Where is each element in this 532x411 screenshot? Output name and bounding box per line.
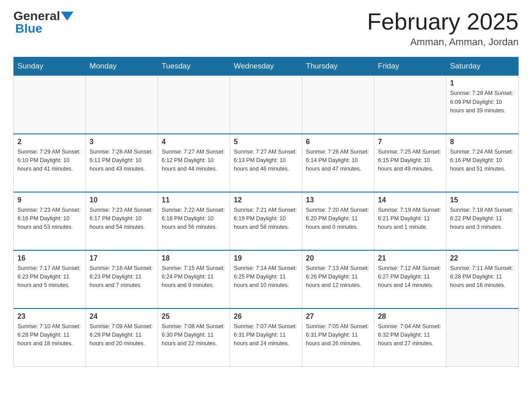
day-number: 4: [162, 138, 226, 146]
table-row: 7Sunrise: 7:25 AM Sunset: 6:15 PM Daylig…: [374, 134, 446, 192]
table-row: 3Sunrise: 7:28 AM Sunset: 6:11 PM Daylig…: [86, 134, 158, 192]
day-info: Sunrise: 7:25 AM Sunset: 6:15 PM Dayligh…: [378, 148, 442, 174]
col-wednesday: Wednesday: [230, 57, 302, 76]
day-number: 14: [378, 196, 442, 204]
table-row: 24Sunrise: 7:09 AM Sunset: 6:29 PM Dayli…: [86, 308, 158, 367]
day-number: 5: [234, 138, 298, 146]
table-row: 8Sunrise: 7:24 AM Sunset: 6:16 PM Daylig…: [446, 134, 519, 192]
table-row: 4Sunrise: 7:27 AM Sunset: 6:12 PM Daylig…: [158, 134, 230, 192]
calendar-table: Sunday Monday Tuesday Wednesday Thursday…: [13, 57, 519, 367]
day-number: 22: [450, 254, 515, 262]
day-number: 28: [378, 313, 442, 321]
day-info: Sunrise: 7:27 AM Sunset: 6:13 PM Dayligh…: [234, 148, 298, 174]
col-thursday: Thursday: [302, 57, 374, 76]
day-info: Sunrise: 7:29 AM Sunset: 6:10 PM Dayligh…: [17, 148, 82, 174]
month-title: February 2025: [367, 9, 519, 34]
day-number: 15: [450, 196, 515, 204]
day-info: Sunrise: 7:27 AM Sunset: 6:12 PM Dayligh…: [162, 148, 226, 174]
day-number: 12: [234, 196, 298, 204]
table-row: [14, 76, 86, 134]
calendar-week-4: 16Sunrise: 7:17 AM Sunset: 6:23 PM Dayli…: [14, 250, 519, 308]
col-monday: Monday: [86, 57, 158, 76]
day-info: Sunrise: 7:28 AM Sunset: 6:11 PM Dayligh…: [90, 148, 154, 174]
day-number: 1: [450, 79, 515, 87]
col-tuesday: Tuesday: [158, 57, 230, 76]
table-row: 28Sunrise: 7:04 AM Sunset: 6:32 PM Dayli…: [374, 308, 446, 367]
logo-blue-text: Blue: [15, 21, 43, 36]
day-number: 13: [306, 196, 370, 204]
table-row: 22Sunrise: 7:11 AM Sunset: 6:28 PM Dayli…: [446, 250, 519, 308]
table-row: 6Sunrise: 7:26 AM Sunset: 6:14 PM Daylig…: [302, 134, 374, 192]
day-info: Sunrise: 7:29 AM Sunset: 6:09 PM Dayligh…: [450, 89, 515, 115]
table-row: [302, 76, 374, 134]
table-row: 14Sunrise: 7:19 AM Sunset: 6:21 PM Dayli…: [374, 192, 446, 250]
day-number: 11: [162, 196, 226, 204]
day-number: 27: [306, 313, 370, 321]
day-info: Sunrise: 7:08 AM Sunset: 6:30 PM Dayligh…: [162, 322, 226, 348]
table-row: [230, 76, 302, 134]
day-info: Sunrise: 7:23 AM Sunset: 6:16 PM Dayligh…: [17, 206, 82, 232]
day-info: Sunrise: 7:23 AM Sunset: 6:17 PM Dayligh…: [90, 206, 154, 232]
table-row: 26Sunrise: 7:07 AM Sunset: 6:31 PM Dayli…: [230, 308, 302, 367]
day-info: Sunrise: 7:18 AM Sunset: 6:22 PM Dayligh…: [450, 206, 515, 232]
day-info: Sunrise: 7:04 AM Sunset: 6:32 PM Dayligh…: [378, 322, 442, 348]
calendar-header-row: Sunday Monday Tuesday Wednesday Thursday…: [14, 57, 519, 76]
table-row: 9Sunrise: 7:23 AM Sunset: 6:16 PM Daylig…: [14, 192, 86, 250]
col-friday: Friday: [374, 57, 446, 76]
day-info: Sunrise: 7:12 AM Sunset: 6:27 PM Dayligh…: [378, 264, 442, 290]
day-number: 17: [90, 254, 154, 262]
day-number: 6: [306, 138, 370, 146]
table-row: 11Sunrise: 7:22 AM Sunset: 6:18 PM Dayli…: [158, 192, 230, 250]
day-number: 3: [90, 138, 154, 146]
table-row: 23Sunrise: 7:10 AM Sunset: 6:28 PM Dayli…: [14, 308, 86, 367]
table-row: 2Sunrise: 7:29 AM Sunset: 6:10 PM Daylig…: [14, 134, 86, 192]
day-number: 18: [162, 254, 226, 262]
table-row: 13Sunrise: 7:20 AM Sunset: 6:20 PM Dayli…: [302, 192, 374, 250]
day-info: Sunrise: 7:09 AM Sunset: 6:29 PM Dayligh…: [90, 322, 154, 348]
table-row: [158, 76, 230, 134]
day-number: 9: [17, 196, 82, 204]
calendar-week-2: 2Sunrise: 7:29 AM Sunset: 6:10 PM Daylig…: [14, 134, 519, 192]
title-section: February 2025 Amman, Amman, Jordan: [367, 9, 519, 48]
day-info: Sunrise: 7:13 AM Sunset: 6:26 PM Dayligh…: [306, 264, 370, 290]
table-row: 17Sunrise: 7:16 AM Sunset: 6:23 PM Dayli…: [86, 250, 158, 308]
day-info: Sunrise: 7:20 AM Sunset: 6:20 PM Dayligh…: [306, 206, 370, 232]
day-info: Sunrise: 7:22 AM Sunset: 6:18 PM Dayligh…: [162, 206, 226, 232]
day-info: Sunrise: 7:10 AM Sunset: 6:28 PM Dayligh…: [17, 322, 82, 348]
day-info: Sunrise: 7:07 AM Sunset: 6:31 PM Dayligh…: [234, 322, 298, 348]
day-number: 7: [378, 138, 442, 146]
day-info: Sunrise: 7:19 AM Sunset: 6:21 PM Dayligh…: [378, 206, 442, 232]
logo: General Blue: [13, 9, 74, 36]
logo-triangle-icon: [61, 12, 73, 21]
day-number: 8: [450, 138, 515, 146]
day-number: 26: [234, 313, 298, 321]
table-row: 12Sunrise: 7:21 AM Sunset: 6:19 PM Dayli…: [230, 192, 302, 250]
day-number: 19: [234, 254, 298, 262]
page-header: General Blue February 2025 Amman, Amman,…: [13, 9, 519, 48]
table-row: 27Sunrise: 7:05 AM Sunset: 6:31 PM Dayli…: [302, 308, 374, 367]
day-info: Sunrise: 7:16 AM Sunset: 6:23 PM Dayligh…: [90, 264, 154, 290]
table-row: 5Sunrise: 7:27 AM Sunset: 6:13 PM Daylig…: [230, 134, 302, 192]
day-info: Sunrise: 7:11 AM Sunset: 6:28 PM Dayligh…: [450, 264, 515, 290]
table-row: 10Sunrise: 7:23 AM Sunset: 6:17 PM Dayli…: [86, 192, 158, 250]
day-number: 25: [162, 313, 226, 321]
table-row: 1Sunrise: 7:29 AM Sunset: 6:09 PM Daylig…: [446, 76, 519, 134]
table-row: 25Sunrise: 7:08 AM Sunset: 6:30 PM Dayli…: [158, 308, 230, 367]
col-saturday: Saturday: [446, 57, 519, 76]
calendar-week-3: 9Sunrise: 7:23 AM Sunset: 6:16 PM Daylig…: [14, 192, 519, 250]
table-row: 16Sunrise: 7:17 AM Sunset: 6:23 PM Dayli…: [14, 250, 86, 308]
table-row: 20Sunrise: 7:13 AM Sunset: 6:26 PM Dayli…: [302, 250, 374, 308]
day-info: Sunrise: 7:26 AM Sunset: 6:14 PM Dayligh…: [306, 148, 370, 174]
table-row: [374, 76, 446, 134]
day-number: 16: [17, 254, 82, 262]
day-info: Sunrise: 7:05 AM Sunset: 6:31 PM Dayligh…: [306, 322, 370, 348]
table-row: [86, 76, 158, 134]
day-number: 10: [90, 196, 154, 204]
table-row: 21Sunrise: 7:12 AM Sunset: 6:27 PM Dayli…: [374, 250, 446, 308]
table-row: [446, 308, 519, 367]
day-number: 21: [378, 254, 442, 262]
col-sunday: Sunday: [14, 57, 86, 76]
day-number: 2: [17, 138, 82, 146]
day-info: Sunrise: 7:24 AM Sunset: 6:16 PM Dayligh…: [450, 148, 515, 174]
table-row: 18Sunrise: 7:15 AM Sunset: 6:24 PM Dayli…: [158, 250, 230, 308]
